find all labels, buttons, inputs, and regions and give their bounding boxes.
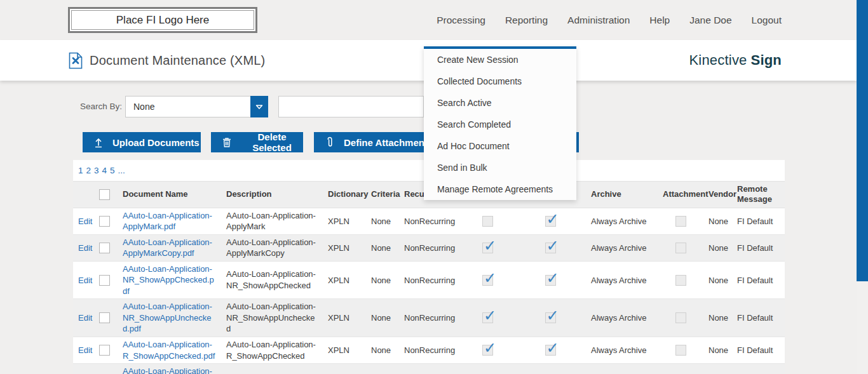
- cell-flag1: [461, 299, 515, 337]
- table-row: EditAAuto-Loan-Application-ApplyMark.pdf…: [73, 208, 785, 234]
- attachment-checkbox[interactable]: [675, 345, 686, 356]
- menu-item-collected-documents[interactable]: Collected Documents: [424, 70, 576, 92]
- nav-item-reporting[interactable]: Reporting: [505, 15, 548, 26]
- cell-criteria: None: [366, 299, 399, 337]
- document-name-link[interactable]: AAuto-Loan-Application-R_ShowAppChecked.…: [123, 339, 216, 361]
- cell-dictionary: XPLN: [323, 234, 366, 261]
- flag2-checkbox[interactable]: [545, 275, 556, 286]
- cell-desc: AAuto-Loan-Application-R_ShowAppChecked: [221, 337, 323, 363]
- page-title: Document Maintenance (XML): [90, 53, 265, 68]
- cell-recurring: NonRecurring: [399, 261, 461, 299]
- flag2-checkbox[interactable]: [545, 312, 556, 323]
- nav-item-jane-doe[interactable]: Jane Doe: [689, 15, 731, 26]
- edit-link[interactable]: Edit: [78, 345, 92, 355]
- menu-item-create-new-session[interactable]: Create New Session: [424, 49, 576, 70]
- cell-recurring: NonRecurring: [399, 337, 461, 363]
- document-name-link[interactable]: AAuto-Loan-Application-ApplyMarkCopy.pdf: [123, 237, 216, 259]
- page-link-3[interactable]: 3: [94, 166, 99, 175]
- cell-name: AAuto-Loan-Application-R_ShowAppChecked.…: [118, 337, 221, 363]
- cell-recurring: NonRecurring: [399, 234, 461, 261]
- attachment-checkbox[interactable]: [675, 216, 686, 227]
- cell-recurring: NonRecurring: [399, 364, 461, 374]
- row-select-checkbox[interactable]: [99, 243, 110, 253]
- column-header-dictionary: Dictionary: [323, 182, 366, 208]
- edit-link[interactable]: Edit: [78, 276, 92, 285]
- nav-item-logout[interactable]: Logout: [752, 15, 782, 26]
- upload-icon: [93, 137, 104, 148]
- cell-flag2: [515, 299, 586, 337]
- attachment-checkbox[interactable]: [675, 312, 686, 323]
- cell-attachment: [658, 337, 703, 363]
- cell-flag2: [515, 234, 586, 261]
- page-scrollbar[interactable]: [857, 0, 868, 374]
- cell-archive: Always Archive: [586, 208, 658, 234]
- page-link-4[interactable]: 4: [102, 166, 107, 175]
- page-link-5[interactable]: 5: [110, 166, 115, 175]
- edit-link[interactable]: Edit: [78, 313, 92, 323]
- brand-regular: Kinective: [689, 52, 747, 69]
- flag1-checkbox[interactable]: [482, 312, 493, 323]
- nav-item-administration[interactable]: Administration: [567, 15, 630, 26]
- scrollbar-thumb[interactable]: [857, 0, 868, 281]
- nav-item-processing[interactable]: Processing: [437, 15, 485, 26]
- attachment-checkbox[interactable]: [675, 243, 686, 253]
- row-select-checkbox[interactable]: [99, 345, 110, 356]
- search-input[interactable]: [278, 96, 424, 117]
- flag1-checkbox[interactable]: [482, 216, 493, 227]
- menu-item-search-completed[interactable]: Search Completed: [424, 114, 576, 135]
- flag1-checkbox[interactable]: [482, 243, 493, 253]
- flag2-checkbox[interactable]: [545, 243, 556, 253]
- table-row: EditAAuto-Loan-Application-NR_ShowAppChe…: [73, 261, 785, 299]
- flag2-checkbox[interactable]: [545, 345, 556, 356]
- cell-select: [94, 299, 118, 337]
- select-all-checkbox[interactable]: [99, 189, 110, 200]
- cell-remote: FI Default: [732, 261, 785, 299]
- button-label: Delete Selected: [241, 131, 303, 153]
- page-link-1[interactable]: 1: [78, 166, 83, 175]
- cell-archive: Always Archive: [586, 337, 658, 363]
- row-select-checkbox[interactable]: [99, 312, 110, 323]
- cell-name: AAuto-Loan-Application-R_ShowAppUnchecke…: [118, 364, 221, 374]
- cell-edit: Edit: [73, 337, 94, 363]
- chevron-down-icon[interactable]: [250, 96, 268, 117]
- row-select-checkbox[interactable]: [99, 216, 110, 227]
- row-select-checkbox[interactable]: [99, 275, 110, 286]
- flag1-checkbox[interactable]: [482, 275, 493, 286]
- cell-select: [94, 337, 118, 363]
- attachment-checkbox[interactable]: [675, 275, 686, 286]
- flag2-checkbox[interactable]: [545, 216, 556, 227]
- search-by-select[interactable]: None: [125, 96, 268, 117]
- cell-dictionary: XPLN: [323, 299, 366, 337]
- cell-vendor: None: [703, 337, 732, 363]
- cell-archive: Always Archive: [586, 261, 658, 299]
- cell-edit: Edit: [73, 261, 94, 299]
- cell-desc: AAuto-Loan-Application-R_ShowAppUnchecke…: [221, 364, 323, 374]
- table-row: EditAAuto-Loan-Application-R_ShowAppChec…: [73, 337, 785, 363]
- cell-attachment: [658, 299, 703, 337]
- document-name-link[interactable]: AAuto-Loan-Application-NR_ShowAppChecked…: [123, 264, 216, 297]
- nav-item-help[interactable]: Help: [649, 15, 670, 26]
- cell-flag1: [461, 337, 515, 363]
- search-by-selected-value: None: [126, 97, 250, 117]
- edit-link[interactable]: Edit: [78, 217, 92, 226]
- upload-documents-button[interactable]: Upload Documents: [83, 132, 201, 152]
- menu-item-send-in-bulk[interactable]: Send in Bulk: [424, 157, 576, 178]
- trash-icon: [221, 137, 233, 148]
- cell-flag1: [461, 364, 515, 374]
- flag1-checkbox[interactable]: [482, 345, 493, 356]
- document-name-link[interactable]: AAuto-Loan-Application-R_ShowAppUnchecke…: [123, 366, 216, 374]
- menu-item-ad-hoc-document[interactable]: Ad Hoc Document: [424, 135, 576, 157]
- delete-selected-button[interactable]: Delete Selected: [211, 132, 303, 152]
- column-header-edit: [73, 182, 94, 208]
- cell-flag1: [461, 261, 515, 299]
- document-name-link[interactable]: AAuto-Loan-Application-NR_ShowAppUncheck…: [123, 301, 216, 335]
- menu-item-search-active[interactable]: Search Active: [424, 92, 576, 114]
- edit-link[interactable]: Edit: [78, 243, 92, 253]
- document-tools-icon: [69, 52, 83, 69]
- cell-recurring: NonRecurring: [399, 299, 461, 337]
- page-link-2[interactable]: 2: [86, 166, 92, 175]
- page-link-[interactable]: ...: [118, 166, 125, 175]
- document-name-link[interactable]: AAuto-Loan-Application-ApplyMark.pdf: [123, 210, 216, 232]
- cell-desc: AAuto-Loan-Application-ApplyMark: [221, 208, 323, 234]
- menu-item-manage-remote-agreements[interactable]: Manage Remote Agreements: [424, 178, 576, 200]
